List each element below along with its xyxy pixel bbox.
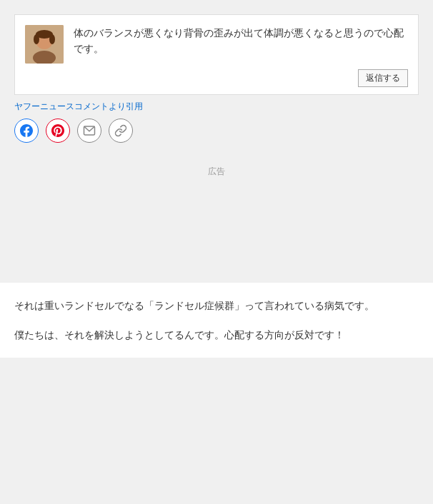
reply-btn-row: 返信する [25, 69, 408, 87]
svg-point-4 [34, 34, 39, 44]
comment-body: 体のバランスが悪くなり背骨の歪みが出て体調が悪くなると思うので心配です。 [25, 25, 408, 64]
pinterest-share-button[interactable] [46, 119, 70, 143]
source-label: ヤフーニュースコメントより引用 [14, 101, 419, 113]
comment-text: 体のバランスが悪くなり背骨の歪みが出て体調が悪くなると思うので心配です。 [74, 25, 408, 57]
comment-card: 体のバランスが悪くなり背骨の歪みが出て体調が悪くなると思うので心配です。 返信す… [14, 14, 419, 95]
article-paragraph-1: それは重いランドセルでなる「ランドセル症候群」って言われている病気です。 [14, 297, 419, 315]
article-paragraph-2: 僕たちは、それを解決しようとしてるんです。心配する方向が反対です！ [14, 326, 419, 344]
svg-point-5 [49, 34, 55, 44]
link-share-button[interactable] [109, 119, 133, 143]
avatar [25, 25, 64, 64]
reply-button[interactable]: 返信する [358, 69, 408, 87]
ad-section: 広告 [0, 154, 433, 283]
facebook-share-button[interactable] [14, 119, 39, 143]
page-wrapper: 体のバランスが悪くなり背骨の歪みが出て体調が悪くなると思うので心配です。 返信す… [0, 0, 433, 504]
email-share-button[interactable] [77, 119, 101, 143]
article-section: それは重いランドセルでなる「ランドセル症候群」って言われている病気です。 僕たち… [0, 283, 433, 358]
share-buttons [14, 119, 419, 143]
ad-label: 広告 [0, 166, 433, 178]
